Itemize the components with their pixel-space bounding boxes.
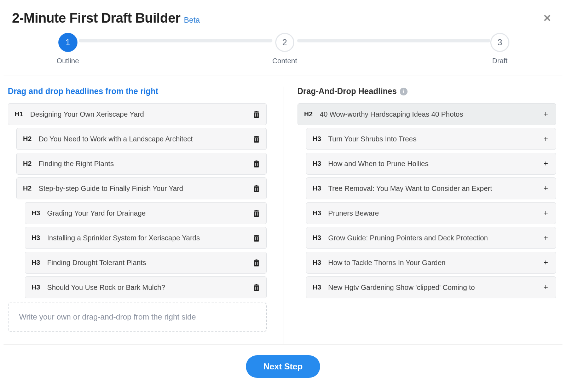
step-content[interactable]: 2 Content <box>272 33 297 65</box>
heading-level-tag: H2 <box>23 185 31 192</box>
heading-level-tag: H2 <box>23 135 31 143</box>
footer: Next Step <box>4 344 562 388</box>
close-icon[interactable]: ✕ <box>540 12 554 24</box>
headline-row[interactable]: H3Tree Removal: You May Want to Consider… <box>306 177 556 199</box>
headline-row[interactable]: H3Pruners Beware+ <box>306 202 556 224</box>
heading-level-tag: H3 <box>31 234 40 242</box>
headline-row[interactable]: H3Grow Guide: Pruning Pointers and Deck … <box>306 227 556 249</box>
trash-icon[interactable] <box>253 234 260 242</box>
beta-badge: Beta <box>184 16 200 25</box>
outline-row-text: Grading Your Yard for Drainage <box>47 207 253 219</box>
trash-icon[interactable] <box>253 110 260 118</box>
header: 2-Minute First Draft Builder Beta ✕ <box>4 0 562 33</box>
headline-row-text: How and When to Prune Hollies <box>328 158 542 169</box>
plus-icon[interactable]: + <box>542 234 549 242</box>
heading-level-tag: H2 <box>23 160 31 168</box>
trash-icon[interactable] <box>253 160 260 168</box>
trash-icon[interactable] <box>253 259 260 267</box>
outline-row[interactable]: H2Do You Need to Work with a Landscape A… <box>16 128 267 150</box>
stepper: 1 Outline 2 Content 3 Draft <box>4 33 562 72</box>
step-circle: 2 <box>275 33 294 52</box>
headline-row[interactable]: H3How and When to Prune Hollies+ <box>306 153 556 175</box>
step-connector <box>79 39 272 42</box>
outline-row[interactable]: H2Step-by-step Guide to Finally Finish Y… <box>16 177 267 199</box>
outline-row-text: Finding Drought Tolerant Plants <box>47 257 253 268</box>
app-container: 2-Minute First Draft Builder Beta ✕ 1 Ou… <box>0 0 566 392</box>
headline-row[interactable]: H240 Wow-worthy Hardscaping Ideas 40 Pho… <box>298 103 556 125</box>
outline-row[interactable]: H2Finding the Right Plants <box>16 153 267 175</box>
outline-panel-heading: Drag and drop headlines from the right <box>8 87 269 96</box>
outline-row[interactable]: H3Should You Use Rock or Bark Mulch? <box>25 276 267 298</box>
headline-row[interactable]: H3Turn Your Shrubs Into Trees+ <box>306 128 556 150</box>
plus-icon[interactable]: + <box>542 160 549 168</box>
step-outline[interactable]: 1 Outline <box>57 33 79 65</box>
headlines-panel: Drag-And-Drop Headlines i H240 Wow-worth… <box>283 87 559 344</box>
heading-level-tag: H3 <box>313 209 321 217</box>
outline-row-text: Installing a Sprinkler System for Xerisc… <box>47 232 253 244</box>
heading-level-tag: H3 <box>313 283 321 291</box>
outline-panel: Drag and drop headlines from the right H… <box>8 87 283 344</box>
headline-row-text: Turn Your Shrubs Into Trees <box>328 133 542 145</box>
heading-level-tag: H2 <box>304 110 313 118</box>
page-title: 2-Minute First Draft Builder <box>12 11 180 26</box>
heading-level-tag: H3 <box>31 209 40 217</box>
trash-icon[interactable] <box>253 185 260 192</box>
heading-level-tag: H3 <box>31 283 40 291</box>
step-circle: 1 <box>58 33 77 52</box>
step-circle: 3 <box>490 33 509 52</box>
outline-row-text: Finding the Right Plants <box>39 158 253 169</box>
heading-level-tag: H1 <box>15 110 23 118</box>
headline-row[interactable]: H3New Hgtv Gardening Show 'clipped' Comi… <box>306 276 556 298</box>
step-label: Content <box>272 57 297 65</box>
plus-icon[interactable]: + <box>542 209 549 217</box>
plus-icon[interactable]: + <box>542 259 549 267</box>
headline-row-text: How to Tackle Thorns In Your Garden <box>328 257 542 268</box>
step-label: Draft <box>492 57 507 65</box>
headlines-heading-text: Drag-And-Drop Headlines <box>298 87 397 96</box>
headlines-panel-heading: Drag-And-Drop Headlines i <box>298 87 559 96</box>
header-title-group: 2-Minute First Draft Builder Beta <box>12 11 200 26</box>
outline-scroll-area[interactable]: H1Designing Your Own Xeriscape YardH2Do … <box>8 103 269 344</box>
heading-level-tag: H3 <box>313 185 321 192</box>
panels: Drag and drop headlines from the right H… <box>4 87 562 344</box>
heading-level-tag: H3 <box>313 160 321 168</box>
step-connector <box>297 39 490 42</box>
plus-icon[interactable]: + <box>542 110 549 118</box>
step-draft[interactable]: 3 Draft <box>490 33 509 65</box>
heading-level-tag: H3 <box>31 259 40 267</box>
info-icon[interactable]: i <box>400 88 408 95</box>
trash-icon[interactable] <box>253 209 260 217</box>
heading-level-tag: H3 <box>313 135 321 143</box>
plus-icon[interactable]: + <box>542 185 549 192</box>
outline-row[interactable]: H3Finding Drought Tolerant Plants <box>25 252 267 274</box>
trash-icon[interactable] <box>253 283 260 291</box>
outline-row[interactable]: H3Grading Your Yard for Drainage <box>25 202 267 224</box>
plus-icon[interactable]: + <box>542 135 549 143</box>
headline-row[interactable]: H3How to Tackle Thorns In Your Garden+ <box>306 252 556 274</box>
outline-row-text: Should You Use Rock or Bark Mulch? <box>47 282 253 293</box>
heading-level-tag: H3 <box>313 259 321 267</box>
outline-row-text: Step-by-step Guide to Finally Finish You… <box>39 183 253 194</box>
heading-level-tag: H3 <box>313 234 321 242</box>
next-step-button[interactable]: Next Step <box>246 355 320 378</box>
header-divider <box>4 76 562 76</box>
step-label: Outline <box>57 57 79 65</box>
outline-row-text: Designing Your Own Xeriscape Yard <box>30 109 253 120</box>
headline-row-text: Tree Removal: You May Want to Consider a… <box>328 183 542 194</box>
outline-row[interactable]: H1Designing Your Own Xeriscape Yard <box>8 103 267 125</box>
write-your-own-input[interactable]: Write your own or drag-and-drop from the… <box>8 303 267 332</box>
headline-row-text: New Hgtv Gardening Show 'clipped' Coming… <box>328 282 542 293</box>
trash-icon[interactable] <box>253 135 260 143</box>
headline-row-text: Grow Guide: Pruning Pointers and Deck Pr… <box>328 232 542 244</box>
headline-row-text: 40 Wow-worthy Hardscaping Ideas 40 Photo… <box>320 109 542 120</box>
outline-row[interactable]: H3Installing a Sprinkler System for Xeri… <box>25 227 267 249</box>
headline-row-text: Pruners Beware <box>328 207 542 219</box>
headlines-scroll-area[interactable]: H240 Wow-worthy Hardscaping Ideas 40 Pho… <box>298 103 559 344</box>
outline-row-text: Do You Need to Work with a Landscape Arc… <box>39 133 253 145</box>
plus-icon[interactable]: + <box>542 283 549 291</box>
